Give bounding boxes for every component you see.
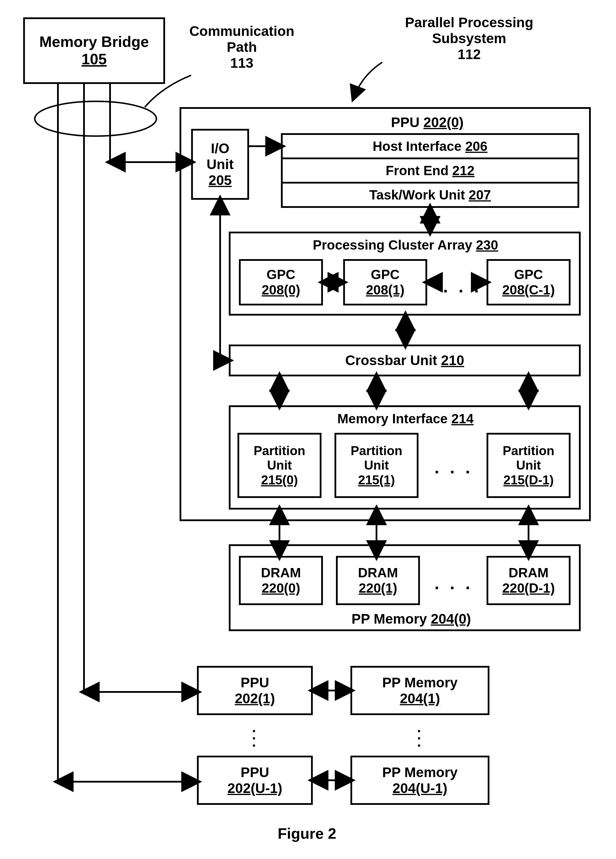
ppmem-u-box: PP Memory 204(U-1) bbox=[350, 756, 489, 805]
ppu-u-box: PPU 202(U-1) bbox=[197, 756, 313, 805]
gpc-c-box: GPC 208(C-1) bbox=[486, 259, 571, 305]
dram-0-box: DRAM 220(0) bbox=[239, 556, 323, 605]
pps-label: Parallel Processing Subsystem 112 bbox=[382, 14, 556, 62]
memory-bridge-title: Memory Bridge bbox=[39, 33, 149, 51]
gpc-ellipsis: . . . bbox=[443, 276, 482, 297]
comm-path-ref: 113 bbox=[230, 55, 253, 71]
ppmem1-box: PP Memory 204(1) bbox=[350, 666, 489, 715]
ppu-vellipsis-1: ... bbox=[252, 724, 256, 745]
ppu1-box: PPU 202(1) bbox=[197, 666, 313, 715]
dram-ellipsis: . . . bbox=[435, 573, 473, 593]
ppu-vellipsis-2: ... bbox=[417, 724, 421, 745]
comm-path-label: Communication Path 113 bbox=[180, 23, 304, 71]
crossbar-box: Crossbar Unit 210 bbox=[229, 345, 581, 376]
gpc-1-box: GPC 208(1) bbox=[343, 259, 427, 305]
pps-ref: 112 bbox=[458, 47, 481, 62]
partition-ellipsis: . . . bbox=[435, 458, 473, 478]
io-unit-box: I/O Unit 205 bbox=[191, 129, 249, 200]
pca-title: Processing Cluster Array 230 bbox=[266, 237, 544, 253]
figure-caption: Figure 2 bbox=[249, 825, 365, 842]
host-interface-box: Host Interface 206 bbox=[281, 133, 579, 159]
comm-path-title1: Communication bbox=[189, 23, 294, 39]
dram-d-box: DRAM 220(D-1) bbox=[486, 556, 571, 605]
diagram-canvas: Memory Bridge 105 Communication Path 113… bbox=[0, 0, 616, 859]
memory-bridge-box: Memory Bridge 105 bbox=[23, 17, 165, 84]
pps-title2: Subsystem bbox=[432, 31, 506, 46]
gpc-0-box: GPC 208(0) bbox=[239, 259, 323, 305]
comm-path-title2: Path bbox=[227, 39, 257, 55]
partition-d-box: Partition Unit 215(D-1) bbox=[486, 433, 571, 498]
pps-title1: Parallel Processing bbox=[405, 15, 533, 30]
task-work-unit-box: Task/Work Unit 207 bbox=[281, 182, 579, 208]
io-ref: 205 bbox=[208, 172, 232, 188]
memory-bridge-ref: 105 bbox=[82, 51, 107, 68]
svg-point-0 bbox=[35, 102, 156, 136]
io-t1: I/O bbox=[211, 141, 229, 156]
io-t2: Unit bbox=[206, 156, 233, 172]
partition-1-box: Partition Unit 215(1) bbox=[335, 433, 419, 498]
ppmem0-title: PP Memory 204(0) bbox=[324, 611, 498, 627]
partition-0-box: Partition Unit 215(0) bbox=[238, 433, 322, 498]
ppu0-title: PPU 202(0) bbox=[391, 114, 464, 130]
front-end-box: Front End 212 bbox=[281, 158, 579, 184]
memif-title: Memory Interface 214 bbox=[289, 411, 521, 426]
dram-1-box: DRAM 220(1) bbox=[336, 556, 420, 605]
